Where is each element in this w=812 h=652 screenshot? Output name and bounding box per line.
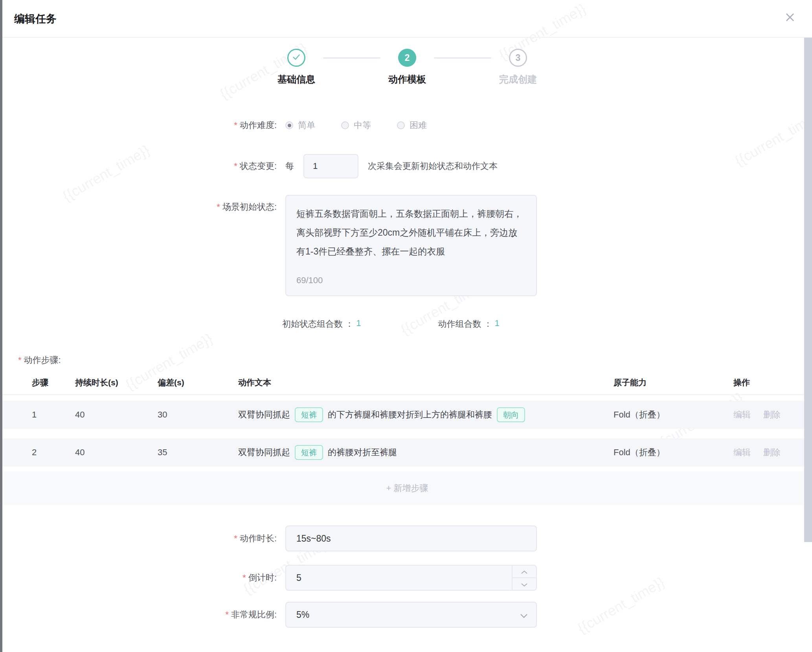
action-steps-section-label: * 动作步骤: [18, 354, 812, 366]
chevron-up-icon [521, 566, 528, 577]
initial-combo-label: 初始状态组合数 ： [282, 318, 354, 330]
unusual-ratio-field: *非常规比例: 5% [2, 602, 812, 628]
edit-task-modal: {{current_time}} {{current_time}} {{curr… [2, 0, 812, 652]
action-duration-input[interactable]: 15s~80s [285, 526, 537, 551]
radio-icon [285, 121, 293, 129]
required-mark: * [234, 161, 237, 171]
difficulty-field: *动作难度: 简单 中等 困难 [2, 119, 812, 132]
initial-combo-value: 1 [356, 318, 361, 330]
action-duration-field: *动作时长: 15s~80s [2, 526, 812, 551]
radio-icon [341, 121, 349, 129]
cell-action-text: 双臂协同抓起 短裤 的下方裤腿和裤腰对折到上方的裤腿和裤腰 朝向 [238, 407, 614, 422]
stepper-decrease-button[interactable] [513, 578, 536, 590]
cell-ability: Fold（折叠） [614, 409, 733, 421]
cell-ability: Fold（折叠） [614, 447, 733, 458]
step-wizard: 基础信息 2 动作模板 3 完成创建 [270, 49, 545, 86]
action-combo-value: 1 [495, 318, 500, 330]
action-steps-table: 步骤 持续时长(s) 偏差(s) 动作文本 原子能力 操作 1 40 30 双臂… [2, 371, 812, 505]
action-duration-label: *动作时长: [2, 533, 280, 544]
unusual-ratio-select[interactable]: 5% [285, 602, 537, 628]
radio-icon [397, 121, 405, 129]
scene-initial-state-field: *场景初始状态: 短裤五条数据背面朝上，五条数据正面朝上，裤腰朝右，离头部视野下… [2, 195, 812, 296]
required-mark: * [217, 202, 220, 212]
col-header-action-text: 动作文本 [238, 377, 614, 388]
radio-difficulty-easy[interactable]: 简单 [285, 119, 315, 131]
delete-link[interactable]: 删除 [763, 447, 781, 458]
col-header-duration: 持续时长(s) [75, 377, 158, 388]
orientation-tag: 朝向 [497, 407, 525, 422]
step-number: 3 [509, 49, 527, 67]
countdown-field: *倒计时: 5 [2, 565, 812, 591]
modal-header: 编辑任务 [2, 0, 812, 38]
state-change-input[interactable]: 1 [303, 154, 358, 178]
state-change-prefix: 每 [285, 160, 294, 172]
wizard-step-action-template: 2 动作模板 [380, 49, 434, 86]
page-backdrop-edge [0, 0, 2, 652]
combination-counts: 初始状态组合数 ： 1 动作组合数 ： 1 [282, 318, 812, 330]
step-connector [323, 57, 380, 59]
scene-initial-state-label: *场景初始状态: [2, 201, 280, 213]
scrollbar-thumb[interactable] [804, 38, 812, 542]
check-icon [291, 52, 301, 64]
required-mark: * [18, 355, 22, 365]
countdown-label: *倒计时: [2, 572, 280, 584]
col-header-step: 步骤 [32, 377, 75, 388]
radio-label: 中等 [354, 119, 371, 131]
table-row: 2 40 35 双臂协同抓起 短裤 的裤腰对折至裤腿 Fold（折叠） 编辑 删… [2, 438, 812, 467]
cell-duration: 40 [75, 447, 158, 458]
close-button[interactable] [781, 9, 799, 27]
cell-operations: 编辑 删除 [733, 447, 796, 458]
step-label: 动作模板 [388, 73, 426, 86]
required-mark: * [225, 610, 229, 619]
required-mark: * [234, 533, 237, 543]
action-combo-label: 动作组合数 ： [438, 318, 492, 330]
cell-deviation: 30 [158, 410, 238, 420]
char-counter: 69/100 [296, 271, 323, 290]
step-label: 基础信息 [277, 73, 315, 86]
stepper-increase-button[interactable] [513, 566, 536, 578]
add-step-band: + 新增步骤 [2, 471, 812, 505]
countdown-input[interactable]: 5 [285, 565, 537, 591]
cell-step: 1 [32, 410, 75, 420]
radio-difficulty-medium[interactable]: 中等 [341, 119, 371, 131]
cell-deviation: 35 [158, 447, 238, 458]
cell-duration: 40 [75, 410, 158, 420]
state-change-suffix: 次采集会更新初始状态和动作文本 [368, 160, 498, 172]
required-mark: * [234, 120, 237, 130]
wizard-step-finish: 3 完成创建 [491, 49, 545, 86]
chevron-down-icon [521, 579, 528, 590]
table-header-row: 步骤 持续时长(s) 偏差(s) 动作文本 原子能力 操作 [2, 371, 812, 395]
step-number: 2 [398, 49, 416, 67]
wizard-step-basic-info: 基础信息 [270, 49, 323, 86]
cell-action-text: 双臂协同抓起 短裤 的裤腰对折至裤腿 [238, 445, 614, 460]
col-header-operations: 操作 [733, 377, 796, 388]
step-connector [434, 57, 491, 59]
cell-step: 2 [32, 447, 75, 458]
add-step-button[interactable]: + 新增步骤 [386, 482, 428, 494]
required-mark: * [242, 573, 246, 582]
chevron-down-icon [520, 610, 528, 621]
object-tag: 短裤 [295, 445, 323, 460]
edit-link[interactable]: 编辑 [733, 409, 751, 421]
col-header-deviation: 偏差(s) [158, 377, 238, 388]
difficulty-label: *动作难度: [2, 119, 280, 131]
unusual-ratio-label: *非常规比例: [2, 609, 280, 621]
object-tag: 短裤 [295, 407, 323, 422]
step-label: 完成创建 [499, 73, 537, 86]
state-change-field: *状态变更: 每 1 次采集会更新初始状态和动作文本 [2, 154, 812, 178]
table-row: 1 40 30 双臂协同抓起 短裤 的下方裤腿和裤腰对折到上方的裤腿和裤腰 朝向… [2, 401, 812, 429]
radio-label: 简单 [298, 119, 315, 131]
scene-initial-state-textarea[interactable]: 短裤五条数据背面朝上，五条数据正面朝上，裤腰朝右，离头部视野下方至少20cm之外… [285, 195, 537, 296]
modal-title: 编辑任务 [14, 12, 57, 26]
radio-difficulty-hard[interactable]: 困难 [397, 119, 427, 131]
radio-label: 困难 [410, 119, 427, 131]
close-icon [784, 11, 796, 25]
delete-link[interactable]: 删除 [763, 409, 781, 421]
cell-operations: 编辑 删除 [733, 409, 796, 421]
number-stepper [512, 566, 536, 590]
edit-link[interactable]: 编辑 [733, 447, 751, 458]
col-header-ability: 原子能力 [614, 377, 733, 388]
state-change-label: *状态变更: [2, 160, 280, 172]
